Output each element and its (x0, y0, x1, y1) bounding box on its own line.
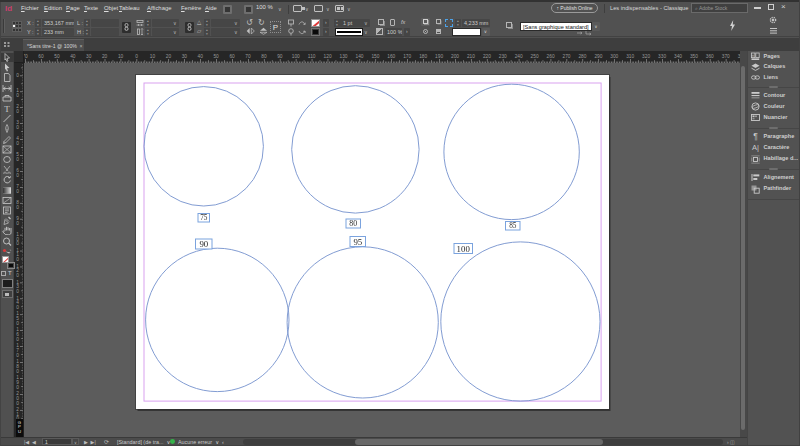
svg-text:100: 100 (457, 244, 471, 254)
svg-text:90: 90 (199, 239, 208, 249)
svg-text:T: T (4, 104, 10, 113)
svg-text:95: 95 (353, 237, 362, 247)
svg-text:80: 80 (349, 219, 357, 228)
svg-text:85: 85 (509, 221, 517, 230)
svg-text:75: 75 (200, 213, 208, 222)
